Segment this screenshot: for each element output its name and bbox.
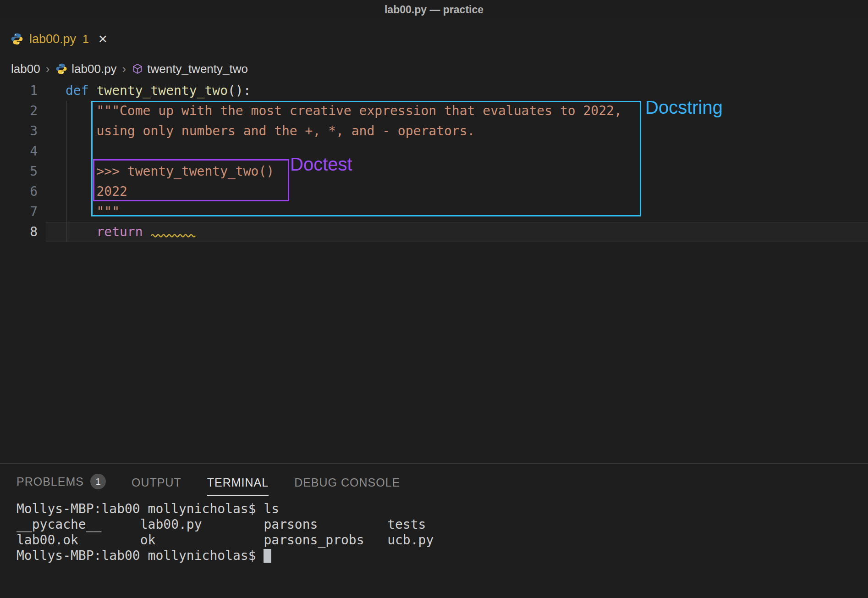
line-number: 2	[0, 101, 46, 121]
chevron-right-icon: ›	[46, 62, 50, 76]
terminal-cursor	[264, 549, 271, 563]
code-line-1: 1 def twenty_twenty_two():	[0, 81, 868, 101]
window-title: lab00.py — practice	[385, 4, 483, 16]
code-text: >>> twenty_twenty_two()	[46, 161, 868, 182]
python-icon	[10, 32, 24, 46]
breadcrumb-item-lab00-py[interactable]: lab00.py	[55, 62, 116, 76]
breadcrumb-item-lab00[interactable]: lab00	[11, 62, 40, 76]
line-number: 4	[0, 141, 46, 161]
code-line-2: 2 """Come up with the most creative expr…	[0, 101, 868, 121]
panel-tab-label: PROBLEMS	[16, 475, 84, 488]
tab-terminal[interactable]: TERMINAL	[207, 476, 269, 496]
problems-count-badge: 1	[90, 474, 106, 489]
tab-lab00-py[interactable]: lab00.py 1 ✕	[0, 24, 117, 54]
code-line-5: 5 >>> twenty_twenty_two()	[0, 161, 868, 182]
vscode-window: lab00.py — practice lab00.py 1 ✕ lab00 ›	[0, 0, 868, 598]
panel-tab-label: TERMINAL	[207, 476, 269, 489]
code-text: using only numbers and the +, *, and - o…	[46, 121, 868, 141]
tab-output[interactable]: OUTPUT	[132, 476, 181, 496]
tab-debug-console[interactable]: DEBUG CONSOLE	[294, 476, 400, 496]
panel-tab-bar: PROBLEMS 1 OUTPUT TERMINAL DEBUG CONSOLE	[16, 464, 868, 496]
code-line-6: 6 2022	[0, 182, 868, 202]
terminal-output[interactable]: Mollys-MBP:lab00 mollynicholas$ ls __pyc…	[16, 501, 868, 564]
breadcrumb-item-symbol[interactable]: twenty_twenty_two	[132, 62, 248, 76]
titlebar: lab00.py — practice	[0, 0, 868, 19]
breadcrumb-label: lab00	[11, 62, 40, 76]
tab-problem-count: 1	[82, 33, 89, 46]
terminal-line: Mollys-MBP:lab00 mollynicholas$ ls	[16, 501, 868, 517]
code-text: """Come up with the most creative expres…	[46, 101, 868, 121]
line-number: 8	[0, 222, 46, 242]
warning-squiggle-icon	[151, 233, 197, 238]
code-editor[interactable]: 1 def twenty_twenty_two(): 2 """Come up …	[0, 79, 868, 463]
code-text	[46, 141, 868, 161]
terminal-prompt-line: Mollys-MBP:lab00 mollynicholas$	[16, 548, 868, 564]
editor-tab-bar: lab00.py 1 ✕	[0, 19, 868, 59]
terminal-line: lab00.ok ok parsons_probs ucb.py	[16, 532, 868, 548]
code-text: return	[46, 222, 868, 242]
line-number: 5	[0, 161, 46, 182]
breadcrumb-label: lab00.py	[71, 62, 116, 76]
code-line-4: 4	[0, 141, 868, 161]
chevron-right-icon: ›	[122, 62, 126, 76]
code-text: 2022	[46, 182, 868, 202]
code-line-3: 3 using only numbers and the +, *, and -…	[0, 121, 868, 141]
python-icon	[55, 62, 68, 75]
tab-label: lab00.py	[29, 32, 76, 46]
doctest-annotation-label: Doctest	[290, 154, 352, 175]
tab-problems[interactable]: PROBLEMS 1	[16, 474, 106, 496]
terminal-line: __pycache__ lab00.py parsons tests	[16, 517, 868, 532]
line-number: 6	[0, 182, 46, 202]
panel-tab-label: OUTPUT	[132, 476, 181, 489]
close-icon[interactable]: ✕	[98, 33, 108, 46]
line-number: 7	[0, 202, 46, 222]
breadcrumb-label: twenty_twenty_two	[147, 62, 248, 76]
panel-tab-label: DEBUG CONSOLE	[294, 476, 400, 489]
code-line-7: 7 """	[0, 202, 868, 222]
code-text: """	[46, 202, 868, 222]
indent-guide	[66, 101, 67, 242]
code-line-8-current: 8 return	[0, 222, 868, 242]
bottom-panel: PROBLEMS 1 OUTPUT TERMINAL DEBUG CONSOLE…	[0, 463, 868, 598]
line-number: 3	[0, 121, 46, 141]
line-number: 1	[0, 81, 46, 101]
symbol-cube-icon	[132, 63, 143, 75]
breadcrumb: lab00 › lab00.py › twenty_twen	[0, 59, 868, 79]
docstring-annotation-label: Docstring	[645, 97, 723, 118]
code-text: def twenty_twenty_two():	[46, 81, 868, 101]
